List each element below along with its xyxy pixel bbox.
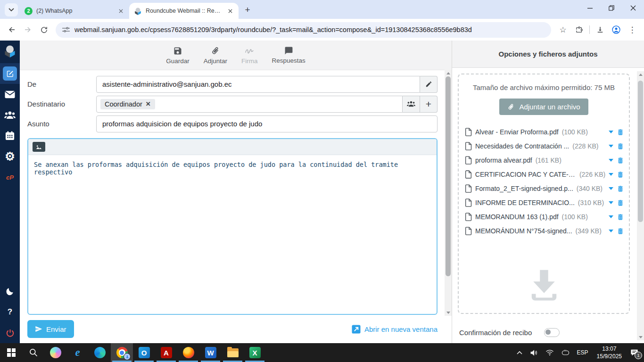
scroll-down-icon[interactable]	[637, 334, 644, 340]
taskbar-chrome-button[interactable]	[111, 343, 133, 362]
tab-roundcube[interactable]: Roundcube Webmail :: Redactar	[129, 3, 239, 19]
tab-close-icon[interactable]	[117, 7, 124, 15]
attachment-menu-caret-icon[interactable]	[609, 131, 613, 133]
attachment-menu-caret-icon[interactable]	[609, 187, 613, 190]
attachment-menu-caret-icon[interactable]	[609, 145, 613, 148]
attachment-menu-caret-icon[interactable]	[609, 159, 613, 162]
taskbar-ie-button[interactable]: e	[66, 343, 89, 362]
sidebar-item-contacts[interactable]	[0, 105, 20, 125]
attachment-delete-icon[interactable]	[617, 142, 624, 150]
restore-button[interactable]	[601, 0, 622, 16]
sidebar-item-dark-mode[interactable]	[0, 281, 20, 302]
site-settings-icon[interactable]	[62, 26, 70, 33]
scrollbar-thumb[interactable]	[638, 81, 643, 222]
attachment-name[interactable]: Alvear - Enviar Proforma.pdf	[475, 128, 559, 136]
scroll-up-icon[interactable]	[637, 71, 644, 78]
wifi-icon[interactable]	[543, 343, 557, 362]
tab-whatsapp[interactable]: 2 (2) WhatsApp	[20, 3, 129, 19]
scrollbar-thumb[interactable]	[446, 76, 451, 276]
attachment-delete-icon[interactable]	[617, 156, 624, 165]
attachment-name[interactable]: CERTIFICACION PAC Y CATE-s...	[475, 171, 576, 178]
attachment-delete-icon[interactable]	[617, 185, 624, 193]
taskbar-outlook-button[interactable]: O	[133, 343, 155, 362]
taskbar-copilot-button[interactable]	[44, 343, 66, 362]
message-body[interactable]: Se anexan las proformas adquisición de e…	[28, 155, 437, 314]
add-recipient-button[interactable]: +	[420, 96, 438, 113]
taskbar-word-button[interactable]: W	[199, 343, 222, 362]
receipt-toggle[interactable]	[544, 328, 560, 337]
sidebar-item-cpanel[interactable]: cP	[0, 167, 20, 188]
attachment-delete-icon[interactable]	[617, 128, 624, 136]
sidebar-item-mail[interactable]	[0, 84, 20, 105]
action-center-button[interactable]: 1	[627, 343, 641, 362]
attachment-row[interactable]: Necesidades de Contratación ... (228 KB)	[465, 139, 624, 153]
back-button[interactable]	[5, 23, 19, 37]
attachment-name[interactable]: MEMORÁNDUM N°754-signed...	[475, 227, 572, 235]
sidebar-item-logout[interactable]	[0, 322, 20, 343]
attachment-row[interactable]: CERTIFICACION PAC Y CATE-s... (226 KB)	[465, 167, 624, 181]
send-button[interactable]: Enviar	[27, 320, 74, 338]
tab-search-chevron-icon[interactable]	[5, 3, 18, 16]
options-scrollbar[interactable]	[637, 71, 644, 340]
sidebar-item-calendar[interactable]	[0, 125, 20, 146]
from-field[interactable]: asistente-administrativo@sanjuan.gob.ec	[96, 76, 420, 93]
taskbar-explorer-button[interactable]	[222, 343, 244, 362]
open-new-window-link[interactable]: Abrir en nueva ventana	[352, 325, 438, 334]
attachment-name[interactable]: proforma alvear.pdf	[475, 156, 532, 164]
responses-button[interactable]: Respuestas	[272, 46, 305, 64]
edit-identity-button[interactable]	[420, 76, 438, 93]
attachment-name[interactable]: INFORME DE DETERMINACIO...	[475, 199, 575, 206]
attachment-row[interactable]: MEMORANDUM 163 (1).pdf (100 KB)	[465, 210, 624, 224]
tab-close-icon[interactable]	[226, 7, 234, 15]
close-window-button[interactable]	[622, 0, 644, 16]
sidebar-item-compose[interactable]	[0, 63, 20, 84]
attachment-delete-icon[interactable]	[617, 199, 624, 207]
taskbar-search-button[interactable]	[22, 343, 44, 362]
add-contact-from-book-button[interactable]	[403, 96, 420, 113]
attachment-row[interactable]: Alvear - Enviar Proforma.pdf (100 KB)	[465, 125, 624, 139]
taskbar-firefox-button[interactable]	[177, 343, 199, 362]
attach-button[interactable]: Adjuntar	[204, 46, 227, 65]
bookmark-star-icon[interactable]: ☆	[556, 23, 570, 37]
start-button[interactable]	[0, 343, 22, 362]
forward-button[interactable]	[21, 23, 35, 37]
tray-overflow-chevron-icon[interactable]	[514, 343, 525, 362]
to-field[interactable]: Coordinador ✕	[96, 96, 403, 113]
volume-icon[interactable]	[527, 343, 541, 362]
attachment-menu-caret-icon[interactable]	[609, 173, 613, 176]
taskbar-clock[interactable]: 13:07 15/9/2025	[593, 345, 626, 360]
new-tab-button[interactable]: +	[241, 4, 254, 16]
url-text[interactable]: webmail.sanjuan.gob.ec/cpsess7628851209/…	[74, 26, 472, 33]
address-bar[interactable]: webmail.sanjuan.gob.ec/cpsess7628851209/…	[56, 22, 551, 38]
taskbar-edge-button[interactable]	[89, 343, 111, 362]
scroll-up-icon[interactable]	[445, 70, 452, 76]
taskbar-acrobat-button[interactable]: A	[155, 343, 177, 362]
attachment-name[interactable]: MEMORANDUM 163 (1).pdf	[475, 213, 559, 221]
attachment-row[interactable]: proforma alvear.pdf (161 KB)	[465, 153, 624, 167]
attachment-row[interactable]: Formato_2_ET-signed-signed.p... (340 KB)	[465, 181, 624, 196]
attachment-delete-icon[interactable]	[617, 213, 624, 221]
menu-kebab-icon[interactable]: ⋮	[625, 23, 639, 37]
sidebar-item-help[interactable]: ?	[0, 302, 20, 322]
attachment-menu-caret-icon[interactable]	[609, 201, 613, 204]
attachment-name[interactable]: Formato_2_ET-signed-signed.p...	[475, 185, 573, 192]
attachment-delete-icon[interactable]	[617, 171, 624, 179]
attachment-menu-caret-icon[interactable]	[609, 215, 613, 218]
attachment-dropbox[interactable]: Tamaño de archivo máximo permitido: 75 M…	[458, 74, 630, 314]
reload-button[interactable]	[37, 23, 51, 37]
meet-now-icon[interactable]	[559, 343, 572, 362]
minimize-button[interactable]	[579, 0, 601, 16]
message-editor[interactable]: Se anexan las proformas adquisición de e…	[27, 138, 438, 315]
attachment-delete-icon[interactable]	[617, 227, 624, 235]
extensions-icon[interactable]	[572, 23, 586, 37]
chip-remove-icon[interactable]: ✕	[146, 100, 151, 107]
recipient-chip[interactable]: Coordinador ✕	[100, 99, 155, 109]
scroll-down-icon[interactable]	[445, 309, 452, 316]
attachment-name[interactable]: Necesidades de Contratación ...	[475, 142, 569, 150]
attachment-row[interactable]: INFORME DE DETERMINACIO... (310 KB)	[465, 196, 624, 210]
downloads-icon[interactable]	[593, 23, 607, 37]
sidebar-item-settings[interactable]: ⚙	[0, 146, 20, 167]
language-indicator[interactable]: ESP	[574, 343, 591, 362]
attach-file-button[interactable]: Adjuntar un archivo	[499, 99, 588, 115]
compose-scrollbar[interactable]	[445, 70, 452, 316]
